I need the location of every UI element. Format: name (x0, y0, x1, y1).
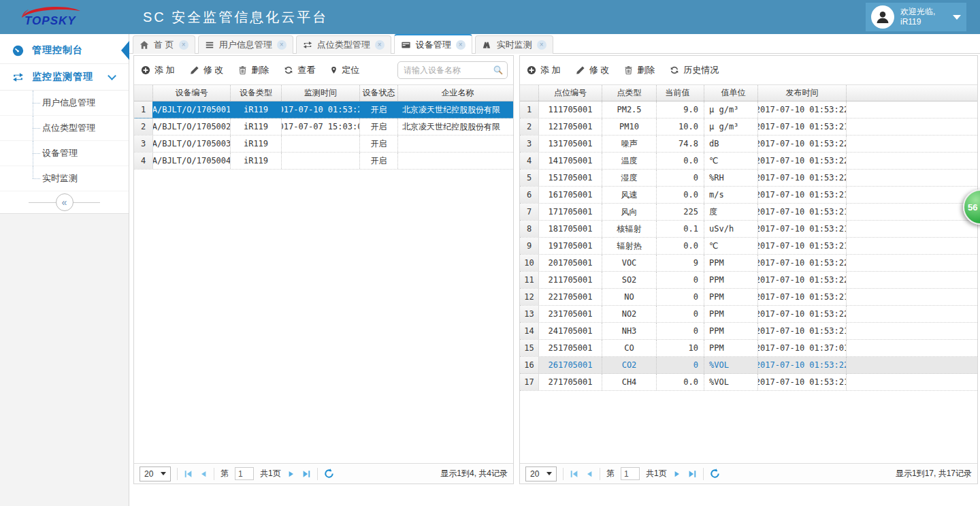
reload-icon[interactable] (710, 469, 720, 479)
search-icon[interactable] (493, 65, 504, 78)
table-row[interactable]: 12 221705001 NO 0 PPM 2017-07-10 01:53:2… (520, 289, 977, 306)
tab-realtime[interactable]: 实时监测 × (475, 35, 553, 54)
table-row[interactable]: 15 251705001 CO 10 PPM 2017-07-10 01:37:… (520, 340, 977, 357)
publish-time-cell: 2017-07-10 01:53:22 (758, 272, 847, 288)
tab-device-mgmt[interactable]: 设备管理 × (394, 34, 472, 54)
row-number-cell: 3 (134, 136, 153, 152)
page-number-input[interactable] (621, 467, 640, 480)
first-page-button[interactable] (184, 469, 193, 479)
header-cell[interactable]: 设备编号 (153, 85, 231, 101)
table-row[interactable]: 2 A/BJLT/O/1705002 iR119 2017-07-07 15:0… (134, 118, 513, 136)
sidebar-filler (0, 213, 129, 506)
value-unit-cell: uSv/h (704, 221, 758, 237)
delete-button[interactable]: 删除 (624, 64, 655, 76)
user-menu[interactable]: 欢迎光临, iR119 (866, 3, 966, 31)
topsky-logo: TOPSKY (19, 6, 101, 28)
sidebar-subitem[interactable]: 用户信息管理 (0, 91, 129, 116)
header-cell[interactable]: 企业名称 (398, 85, 513, 101)
point-id-cell: 111705001 (539, 101, 602, 118)
table-row[interactable]: 10 201705001 VOC 9 PPM 2017-07-10 01:53:… (520, 255, 977, 272)
tab-user-info[interactable]: 用户信息管理 × (198, 35, 293, 54)
add-button[interactable]: 添 加 (527, 64, 561, 76)
history-button[interactable]: 历史情况 (670, 64, 719, 76)
header-cell[interactable]: 值单位 (704, 85, 758, 101)
table-row[interactable]: 4 A/BJLT/O/1705004 iR119 开启 (134, 153, 513, 170)
dashboard-icon (12, 45, 24, 57)
last-page-button[interactable] (301, 469, 311, 479)
current-value-cell: 10.0 (657, 118, 704, 135)
table-row[interactable]: 4 141705001 温度 0.0 ℃ 2017-07-10 01:53:22 (520, 153, 977, 170)
next-page-button[interactable] (287, 469, 295, 479)
tab-point-type[interactable]: 点位类型管理 × (296, 35, 391, 54)
header-cell[interactable]: 设备状态 (360, 85, 398, 101)
prev-page-button[interactable] (585, 469, 593, 479)
table-row[interactable]: 1 A/BJLT/O/1705001 iR119 2017-07-10 01:5… (134, 101, 513, 118)
filler-cell (847, 136, 977, 152)
tab-home[interactable]: 首 页 × (133, 35, 195, 54)
delete-button[interactable]: 删除 (238, 64, 269, 76)
monitor-table-body: 1 111705001 PM2.5 9.0 μ g/m³ 2017-07-10 … (520, 101, 977, 391)
page-size-select[interactable]: 20 (140, 467, 171, 481)
page-size-select[interactable]: 20 (525, 467, 557, 481)
chevron-down-icon[interactable] (108, 72, 116, 80)
view-button[interactable]: 查看 (284, 64, 315, 76)
table-row[interactable]: 17 271705001 CH4 0.0 %VOL 2017-07-10 01:… (520, 374, 977, 391)
reload-icon[interactable] (324, 469, 334, 479)
device-status-cell: 开启 (360, 136, 398, 152)
point-id-cell: 171705001 (539, 204, 602, 220)
sidebar-item-console[interactable]: 管理控制台 (0, 37, 129, 64)
filler-cell (847, 238, 977, 254)
last-page-button[interactable] (687, 469, 697, 479)
button-label: 修 改 (589, 64, 610, 76)
header-cell[interactable]: 发布时间 (758, 85, 847, 101)
header-cell[interactable]: 设备类型 (231, 85, 282, 101)
table-row[interactable]: 3 131705001 噪声 74.8 dB 2017-07-10 01:53:… (520, 136, 977, 153)
monitor-toolbar: 添 加 修 改 删除 历史情况 (520, 56, 977, 84)
search-input[interactable] (397, 61, 508, 79)
table-row[interactable]: 2 121705001 PM10 10.0 μ g/m³ 2017-07-10 … (520, 118, 977, 136)
first-page-button[interactable] (570, 469, 579, 479)
button-label: 定位 (342, 64, 359, 76)
collapse-sidebar-button[interactable]: « (56, 193, 74, 211)
locate-button[interactable]: 定位 (330, 64, 359, 76)
next-page-button[interactable] (673, 469, 681, 479)
sidebar-item-monitor-group[interactable]: 监控监测管理 (0, 64, 129, 91)
filler-cell (847, 357, 977, 373)
table-row[interactable]: 16 261705001 CO2 0 %VOL 2017-07-10 01:53… (520, 357, 977, 374)
device-table: 设备编号 设备类型 监测时间 设备状态 企业名称 1 A/BJLT/O/1 (134, 84, 513, 170)
table-row[interactable]: 13 231705001 NO2 0 PPM 2017-07-10 01:53:… (520, 306, 977, 323)
publish-time-cell: 2017-07-10 01:53:22 (758, 255, 847, 271)
row-number-cell: 15 (520, 340, 539, 356)
sidebar-subitem[interactable]: 实时监测 (0, 166, 129, 191)
close-icon[interactable]: × (375, 40, 385, 50)
table-row[interactable]: 6 161705001 风速 0.0 m/s 2017-07-10 01:53:… (520, 187, 977, 204)
table-row[interactable]: 5 151705001 湿度 0 %RH 2017-07-10 01:53:22 (520, 170, 977, 187)
table-row[interactable]: 9 191705001 辐射热 0.0 ℃ 2017-07-10 01:53:2… (520, 238, 977, 255)
close-icon[interactable]: × (456, 40, 466, 50)
page-number-input[interactable] (235, 467, 254, 480)
add-button[interactable]: 添 加 (141, 64, 175, 76)
table-row[interactable]: 8 181705001 核辐射 0.1 uSv/h 2017-07-10 01:… (520, 221, 977, 238)
header-cell[interactable]: 点类型 (602, 85, 657, 101)
edit-button[interactable]: 修 改 (576, 64, 610, 76)
edit-button[interactable]: 修 改 (190, 64, 224, 76)
header-cell[interactable]: 当前值 (657, 85, 704, 101)
prev-page-button[interactable] (199, 469, 208, 479)
table-row[interactable]: 7 171705001 风向 225 度 2017-07-10 01:53:21 (520, 204, 977, 221)
table-row[interactable]: 3 A/BJLT/O/1705003 iR119 开启 (134, 136, 513, 153)
chevron-down-icon[interactable] (953, 15, 961, 20)
header-cell[interactable]: 点位编号 (539, 85, 602, 101)
table-row[interactable]: 1 111705001 PM2.5 9.0 μ g/m³ 2017-07-10 … (520, 101, 977, 118)
point-type-cell: 辐射热 (602, 238, 657, 254)
close-icon[interactable]: × (179, 40, 189, 50)
close-icon[interactable]: × (537, 40, 546, 50)
header-cell-filler (847, 85, 977, 101)
sidebar-subitem[interactable]: 点位类型管理 (0, 116, 129, 141)
header-cell[interactable]: 监测时间 (282, 85, 360, 101)
close-icon[interactable]: × (277, 40, 287, 50)
current-value-cell: 10 (657, 340, 704, 356)
sidebar-subitem[interactable]: 设备管理 (0, 141, 129, 166)
value-unit-cell: PPM (704, 323, 758, 339)
table-row[interactable]: 14 241705001 NH3 0 PPM 2017-07-10 01:53:… (520, 323, 977, 340)
table-row[interactable]: 11 211705001 SO2 0 PPM 2017-07-10 01:53:… (520, 272, 977, 289)
